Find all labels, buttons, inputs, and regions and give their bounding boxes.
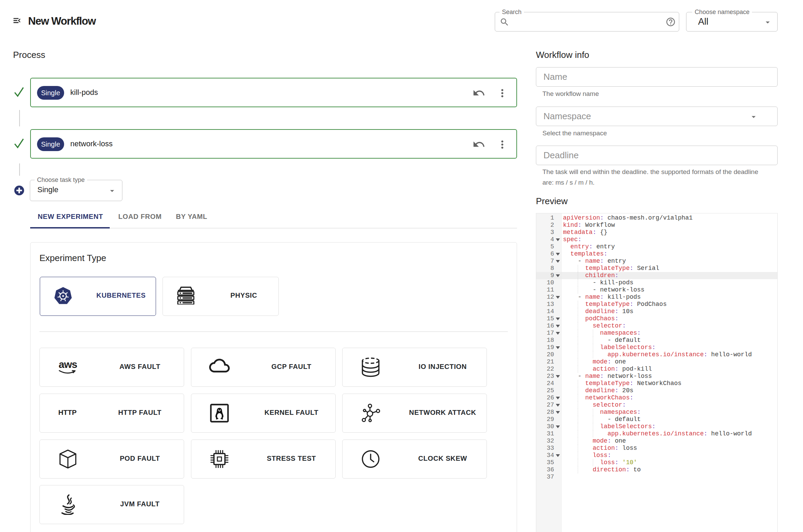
svg-text:HTTP: HTTP	[58, 408, 77, 416]
svg-text:aws: aws	[59, 359, 77, 370]
